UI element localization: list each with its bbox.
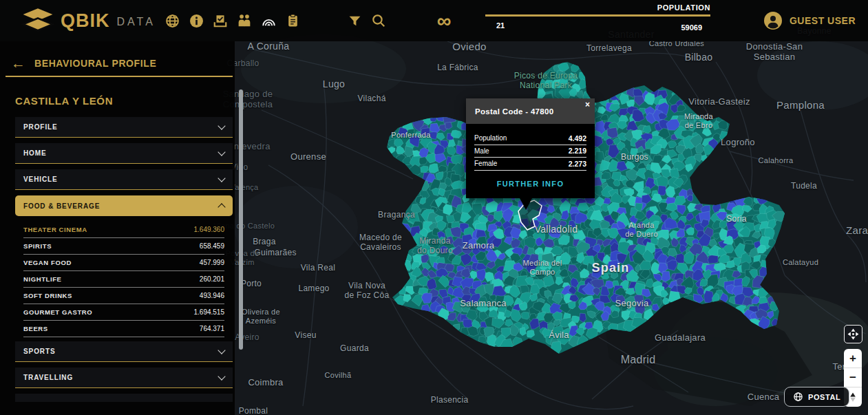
category-item-theater-cinema[interactable]: THEATER CINEMA1.649.360 [23,222,224,238]
section-label: FOOD & BEVERAGE [23,202,100,210]
category-item-nightlife[interactable]: NIGHTLIFE260.201 [23,271,224,288]
chevron-up-icon [218,203,225,211]
info-icon[interactable] [188,12,204,29]
section-travelling[interactable]: TRAVELLING [15,368,233,388]
filter-icon[interactable] [346,12,363,29]
section-label: TRAVELLING [23,374,73,381]
sidebar-scrollbar[interactable] [239,89,243,350]
brand-suffix: DATA [117,16,156,28]
population-slider-track[interactable] [485,14,710,17]
popup-stat-row: Female2.273 [474,158,586,171]
postal-button-label: POSTAL [808,393,840,401]
population-slider-label: POPULATION [657,3,710,12]
section-label: HOME [23,149,47,157]
chevron-down-icon [218,372,225,380]
section-sports[interactable]: SPORTS [15,341,233,362]
popup-stats: Population4.492Male2.219Female2.273 [466,124,595,171]
chevron-down-icon [218,346,225,354]
region-title: CASTILLA Y LEÓN [15,95,113,107]
toolbar: ∞ [164,0,460,41]
top-bar: QBIK DATA [0,0,868,41]
item-value: 764.371 [200,325,224,332]
item-label: THEATER CINEMA [23,226,87,233]
close-icon[interactable]: × [585,100,590,109]
item-value: 658.459 [200,242,224,250]
chevron-down-icon [218,148,225,156]
item-label: SOFT DRINKS [23,292,72,299]
population-slider-min: 21 [496,21,505,30]
section-home[interactable]: HOME [15,143,233,164]
population-slider[interactable]: POPULATION 21 59069 [485,0,710,41]
item-value: 457.999 [200,259,224,266]
sidebar-divider [6,76,233,77]
compass-icon [848,392,858,403]
item-label: SPIRITS [23,242,52,250]
category-item-beers[interactable]: BEERS764.371 [23,321,224,337]
brand-logo: QBIK DATA [21,0,156,41]
globe-icon [793,392,803,402]
inbox-check-icon[interactable] [212,12,229,29]
popup-title: Postal Code - 47800 [475,107,553,116]
brand-name: QBIK [61,10,110,32]
item-label: GOURMET GASTRO [23,308,92,316]
section-partial[interactable] [15,394,233,402]
rainbow-icon[interactable] [260,12,277,29]
globe-icon[interactable] [164,12,180,29]
section-label: SPORTS [23,348,56,355]
item-value: 1.649.360 [194,226,225,233]
clipboard-icon[interactable] [284,12,301,29]
section-label: PROFILE [23,123,58,131]
zoom-in-button[interactable]: + [844,349,862,368]
stat-label: Male [474,147,489,155]
app: A CoruñaCarballoSantiago de CompostelaLu… [0,0,868,415]
popup-header: Postal Code - 47800 × [466,98,595,124]
section-vehicle[interactable]: VEHICLE [15,169,233,190]
layers-logo-icon [21,7,55,34]
category-items-list: THEATER CINEMA1.649.360SPIRITS658.459VEG… [15,222,233,337]
avatar-icon [763,11,783,30]
item-label: NIGHTLIFE [23,275,62,283]
stat-value: 2.219 [569,147,586,155]
item-value: 260.201 [200,275,224,283]
category-accordion: PROFILEHOMEVEHICLEFOOD & BEVERAGETHEATER… [15,117,233,402]
user-label: GUEST USER [790,15,856,26]
category-item-soft-drinks[interactable]: SOFT DRINKS493.946 [23,288,224,304]
category-item-vegan-food[interactable]: VEGAN FOOD457.999 [23,255,224,271]
stat-value: 4.492 [569,134,586,142]
user-menu[interactable]: GUEST USER [763,0,856,41]
pan-icon [847,328,859,340]
stat-label: Female [474,160,497,167]
popup-stat-row: Male2.219 [474,145,586,158]
population-slider-max: 59069 [681,23,702,32]
zoom-out-button[interactable]: − [844,368,862,387]
further-info-link[interactable]: FURTHER INFO [466,171,595,198]
item-label: BEERS [23,325,48,332]
popup-stat-row: Population4.492 [474,132,586,145]
postal-popup: Postal Code - 47800 × Population4.492Mal… [466,98,595,198]
sidebar-title: BEHAVIOURAL PROFILE [34,58,156,69]
back-arrow-icon[interactable]: ← [11,55,25,72]
item-label: VEGAN FOOD [23,259,72,266]
search-icon[interactable] [370,12,387,29]
infinity-icon[interactable]: ∞ [436,12,452,29]
stat-label: Population [474,134,507,142]
sidebar-panel: ← BEHAVIOURAL PROFILE CASTILLA Y LEÓN PR… [0,41,235,415]
section-profile[interactable]: PROFILE [15,117,233,138]
pan-button[interactable] [844,325,862,343]
postal-layer-button[interactable]: POSTAL [784,387,849,407]
stat-value: 2.273 [569,160,586,168]
category-item-spirits[interactable]: SPIRITS658.459 [23,238,224,255]
people-icon[interactable] [236,12,253,29]
item-value: 1.694.515 [194,308,225,316]
popup-pointer [520,198,532,210]
section-food-beverage[interactable]: FOOD & BEVERAGE [15,195,233,216]
category-item-gourmet-gastro[interactable]: GOURMET GASTRO1.694.515 [23,304,224,321]
item-value: 493.946 [200,292,224,299]
section-label: VEHICLE [23,175,58,183]
chevron-down-icon [218,122,225,129]
chevron-down-icon [218,174,225,182]
